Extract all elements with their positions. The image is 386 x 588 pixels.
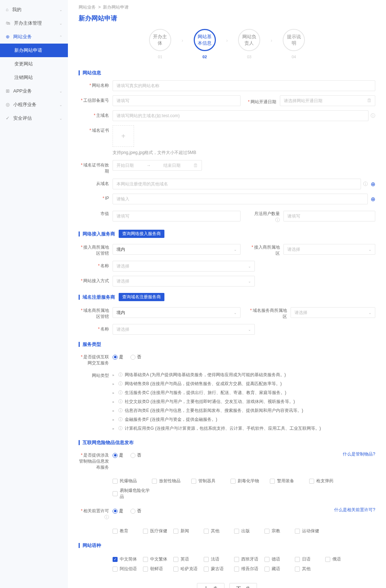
category-item[interactable]: ▸ⓘ金融服务类F (连接用户与资金，提供金融服务。)	[113, 415, 375, 424]
info-icon: ⓘ	[363, 181, 368, 187]
language-checkbox[interactable]: 西班牙语	[234, 554, 264, 564]
sub-cancel-site[interactable]: 注销网站	[0, 71, 68, 84]
query-domain-reg-button[interactable]: 查询域名注册服务商	[119, 293, 164, 301]
caret-right-icon: ▸	[113, 400, 116, 404]
category-item[interactable]: ▸ⓘ计算机应用类G (连接用户与计算资源，包括系统支持、云计算、手机软件、应用工…	[113, 424, 375, 433]
dangerous-yes-radio[interactable]: 是	[113, 452, 123, 458]
permit-checkbox[interactable]: 新闻	[173, 526, 204, 536]
dangerous-checkbox[interactable]: 民爆物品	[113, 476, 152, 486]
domainreg-region-type-select[interactable]: 境内⌄	[113, 307, 241, 318]
language-checkbox[interactable]: 藏语	[264, 564, 295, 574]
caret-right-icon: ▸	[113, 373, 116, 377]
main-domain-input[interactable]	[113, 110, 368, 121]
what-is-controlled-link[interactable]: 什么是管制物品?	[343, 452, 375, 457]
language-checkbox[interactable]: 中文简体	[113, 554, 143, 564]
category-item[interactable]: ▸ⓘ网络销售类B (连接用户与商品，提供销售服务、促成双方交易、提高匹配效率等。…	[113, 379, 375, 388]
query-access-button[interactable]: 查询网络接入服务商	[119, 230, 164, 238]
caret-right-icon: ▸	[113, 382, 116, 386]
info-icon: ⓘ	[104, 514, 109, 520]
open-date-input[interactable]	[280, 95, 376, 106]
domainreg-region-select[interactable]: 请选择⌄	[291, 307, 376, 318]
language-checkbox[interactable]: 英语	[173, 554, 204, 564]
section-site-info: 网站信息	[79, 70, 375, 76]
access-name-select[interactable]: 请选择⌄	[113, 261, 255, 271]
section-languages: 网站语种	[79, 542, 375, 549]
prev-button[interactable]: 上一步	[197, 583, 224, 588]
chevron-down-icon: ⌄	[248, 264, 251, 268]
home-icon: ⌂	[6, 7, 9, 12]
gongxin-input[interactable]	[113, 95, 241, 106]
category-item[interactable]: ▸ⓘ信息咨询类E (连接用户与信息，主要包括新闻发布、搜索服务、提供新闻和用户内…	[113, 406, 375, 415]
dangerous-checkbox[interactable]: 剧毒化学物	[231, 476, 270, 486]
nav-security[interactable]: ✓安全评估⌄	[0, 111, 68, 125]
sub-change-site[interactable]: 变更网站	[0, 57, 68, 71]
dangerous-checkbox[interactable]: 枪支弹药	[309, 476, 348, 486]
ip-input[interactable]	[113, 194, 368, 204]
site-name-input[interactable]	[113, 80, 375, 91]
language-checkbox[interactable]: 蒙古语	[204, 564, 234, 574]
interactive-no-radio[interactable]: 否	[130, 354, 141, 360]
step-3: 网站负责人03	[235, 29, 263, 59]
access-region-select[interactable]: 请选择⌄	[283, 244, 376, 255]
language-checkbox[interactable]: 朝鲜语	[143, 564, 173, 574]
nav-website[interactable]: ⊕网站业务⌃	[0, 30, 68, 44]
globe-icon: ⊕	[6, 34, 10, 39]
nav-app[interactable]: ⊞APP业务⌄	[0, 84, 68, 98]
language-checkbox[interactable]: 维吾尔语	[234, 564, 264, 574]
permit-no-radio[interactable]: 否	[130, 508, 141, 514]
category-item[interactable]: ▸ⓘ网络基础类A (为用户提供网络基础类服务，使得网络应用成为可能的基础类服务商…	[113, 370, 375, 379]
language-checkbox[interactable]: 俄语	[325, 554, 356, 564]
next-button[interactable]: 下一步	[229, 583, 257, 588]
nav-entity[interactable]: 🛍开办主体管理⌄	[0, 16, 68, 30]
nav-miniapp[interactable]: ◎小程序业务⌄	[0, 98, 68, 111]
language-checkbox[interactable]: 中文繁体	[143, 554, 173, 564]
mau-input[interactable]	[283, 211, 376, 221]
category-item[interactable]: ▸ⓘ社交文娱类D (连接用户与用户，主要包括即时通信、交友互动、游戏休闲、视听服…	[113, 397, 375, 406]
step-2: 网站基本信息02	[190, 29, 219, 59]
caret-right-icon: ▸	[113, 409, 116, 413]
category-item[interactable]: ▸ⓘ生活服务类C (连接用户与服务，提供出行、旅行、配送、寄递、教育、家庭等服务…	[113, 388, 375, 397]
info-icon: ⓘ	[118, 417, 123, 423]
what-is-permit-link[interactable]: 什么是相关前置许可?	[334, 507, 375, 512]
language-checkbox[interactable]: 哈萨克语	[173, 564, 204, 574]
dangerous-checkbox[interactable]: 放射性物品	[152, 476, 191, 486]
cert-valid-range[interactable]: 开始日期→结束日期🗓	[113, 160, 202, 171]
info-icon: ⓘ	[118, 399, 123, 405]
language-checkbox[interactable]: 阿拉伯语	[113, 564, 143, 574]
dangerous-no-radio[interactable]: 否	[130, 452, 141, 458]
language-checkbox[interactable]: 其他	[295, 564, 325, 574]
permit-checkbox[interactable]: 教育	[113, 526, 143, 536]
dangerous-checkbox[interactable]: 警用装备	[270, 476, 309, 486]
sub-domain-input[interactable]	[113, 179, 361, 189]
dangerous-checkbox[interactable]: 管制器具	[191, 476, 231, 486]
caret-right-icon: ▸	[113, 391, 116, 395]
language-checkbox[interactable]: 法语	[204, 554, 234, 564]
shield-icon: ✓	[6, 115, 10, 121]
access-method-select[interactable]: 请选择⌄	[113, 276, 255, 286]
language-checkbox[interactable]: 德语	[264, 554, 295, 564]
bag-icon: 🛍	[6, 20, 10, 26]
chevron-down-icon: ⌄	[59, 89, 62, 93]
dangerous-checkbox[interactable]: 易制爆危险化学品	[113, 486, 152, 502]
permit-yes-radio[interactable]: 是	[113, 508, 123, 514]
step-indicator: 开办主体01 › 网站基本信息02 › 网站负责人03 › 提示说明04	[79, 29, 375, 59]
info-icon: ⓘ	[118, 390, 123, 396]
permit-checkbox[interactable]: 出版	[234, 526, 264, 536]
cert-upload[interactable]: +	[113, 125, 134, 147]
permit-checkbox[interactable]: 医疗保健	[143, 526, 173, 536]
permit-checkbox[interactable]: 运动保健	[295, 526, 325, 536]
language-checkbox[interactable]: 日语	[295, 554, 325, 564]
permit-checkbox[interactable]: 宗教	[264, 526, 295, 536]
access-region-type-select[interactable]: 境内⌄	[113, 244, 241, 255]
circle-icon: ◎	[6, 102, 10, 107]
nav-my[interactable]: ⌂我的⌄	[0, 3, 68, 16]
permit-checkbox[interactable]: 其他	[204, 526, 234, 536]
crumb-parent[interactable]: 网站业务	[79, 5, 96, 10]
market-value-input[interactable]	[113, 211, 241, 221]
add-subdomain-button[interactable]: ⊕	[371, 181, 375, 188]
interactive-yes-radio[interactable]: 是	[113, 354, 123, 360]
sub-new-site[interactable]: 新办网站申请	[0, 44, 68, 57]
domainreg-name-select[interactable]: 请选择⌄	[113, 324, 255, 335]
add-ip-button[interactable]: ⊕	[371, 196, 375, 203]
chevron-down-icon: ⌄	[368, 248, 371, 251]
